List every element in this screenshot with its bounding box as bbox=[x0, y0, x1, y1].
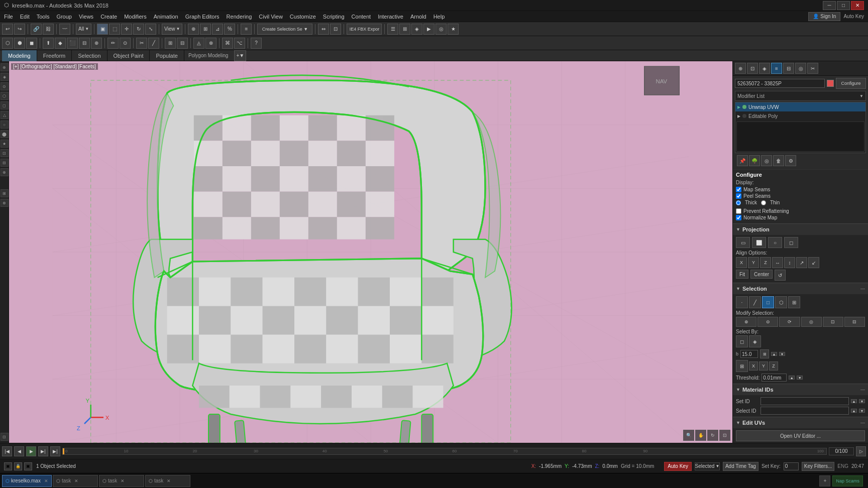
proj-sphere-btn[interactable]: ○ bbox=[768, 237, 782, 248]
bevel-btn[interactable]: ◆ bbox=[55, 38, 66, 49]
tool-icon-15[interactable]: ⊡ bbox=[1, 433, 9, 441]
mirror-btn[interactable]: ⇔ bbox=[318, 24, 329, 35]
unlink-btn[interactable]: ⛓ bbox=[43, 24, 54, 35]
stitch-btn[interactable]: ⊟ bbox=[844, 317, 865, 327]
peel-seams-checkbox[interactable] bbox=[736, 193, 741, 199]
bridge-btn[interactable]: ⊟ bbox=[79, 38, 90, 49]
menu-rendering[interactable]: Rendering bbox=[227, 14, 252, 20]
scene-explorer-btn[interactable]: ⊞ bbox=[399, 24, 410, 35]
layer-manager-btn[interactable]: ☰ bbox=[387, 24, 398, 35]
sel-id-spinup[interactable]: ▲ bbox=[851, 409, 857, 413]
sel-element-btn[interactable]: ⊞ bbox=[788, 296, 800, 308]
delete-modifier-btn[interactable]: 🗑 bbox=[773, 155, 784, 166]
menu-animation[interactable]: Animation bbox=[154, 14, 178, 20]
pin-btn[interactable]: 📌 bbox=[737, 155, 748, 166]
modifier-panel-icon3[interactable]: ◈ bbox=[759, 63, 770, 74]
edge-btn[interactable]: ⬢ bbox=[14, 38, 25, 49]
frame-counter[interactable]: 0 / 100 bbox=[829, 447, 854, 455]
modifier-panel-icon4[interactable]: ≡ bbox=[771, 63, 782, 74]
tool-icon-1[interactable]: ⊕ bbox=[1, 63, 9, 71]
sel-vertex-btn[interactable]: · bbox=[736, 296, 748, 308]
tool-icon-8[interactable]: ⬤ bbox=[1, 130, 9, 138]
set-id-spinup[interactable]: ▲ bbox=[851, 399, 857, 403]
vp-maximize-btn[interactable]: ⊡ bbox=[719, 430, 730, 441]
render-btn[interactable]: ▶ bbox=[423, 24, 435, 35]
target-weld-btn[interactable]: ⊗ bbox=[205, 38, 216, 49]
sign-in-button[interactable]: 👤 Sign In bbox=[808, 12, 840, 21]
task-close-2[interactable]: ✕ bbox=[74, 478, 78, 483]
align-y-btn[interactable]: Y bbox=[748, 257, 759, 268]
loop-sel-btn[interactable]: ⟳ bbox=[779, 317, 800, 327]
menu-scripting[interactable]: Scripting bbox=[323, 14, 345, 20]
menu-file[interactable]: File bbox=[4, 14, 13, 20]
align-z-btn[interactable]: Z bbox=[760, 257, 771, 268]
sel-face-btn[interactable]: □ bbox=[762, 296, 774, 308]
sel-poly-btn[interactable]: ⬡ bbox=[775, 296, 787, 308]
menu-help[interactable]: Help bbox=[433, 14, 445, 20]
play-next-frame-btn[interactable]: ▶| bbox=[38, 446, 48, 456]
status-icon-btn[interactable]: ▣ bbox=[4, 462, 12, 470]
sel-edge-btn[interactable]: ╱ bbox=[749, 296, 761, 308]
taskbar-item-kreselko[interactable]: ⬡ kreselko.max ✕ bbox=[2, 475, 52, 487]
vp-zoom-btn[interactable]: 🔍 bbox=[683, 430, 694, 441]
edit-uvs-header[interactable]: ▼ Edit UVs — bbox=[733, 417, 868, 428]
configure-modifier-btn[interactable]: ⚙ bbox=[785, 155, 796, 166]
face-btn[interactable]: ◼ bbox=[26, 38, 37, 49]
attach-btn[interactable]: ⊟ bbox=[177, 38, 188, 49]
chamfer-btn[interactable]: ◬ bbox=[193, 38, 204, 49]
task-close-3[interactable]: ✕ bbox=[121, 478, 125, 483]
plus-dropdown-btn[interactable]: +▼ bbox=[234, 50, 246, 61]
proj-box-btn[interactable]: ◻ bbox=[784, 237, 798, 248]
configure-icon[interactable]: Configure bbox=[836, 78, 866, 89]
select-by-mat-btn[interactable]: ◈ bbox=[749, 335, 761, 347]
align-rot2-btn[interactable]: ↙ bbox=[808, 257, 819, 268]
show-result-btn[interactable]: ◎ bbox=[761, 155, 772, 166]
proj-planar-btn[interactable]: ▭ bbox=[736, 237, 750, 248]
tool-icon-13[interactable]: ⊞ bbox=[1, 189, 9, 197]
thresh-spindown[interactable]: ▼ bbox=[797, 376, 803, 380]
connect-btn[interactable]: ⊕ bbox=[91, 38, 102, 49]
extrude-btn[interactable]: ⬆ bbox=[43, 38, 54, 49]
snap-toggle-btn[interactable]: ⊞ bbox=[200, 24, 211, 35]
menu-views[interactable]: Views bbox=[79, 14, 93, 20]
proj-cylinder-btn[interactable]: ⬜ bbox=[752, 237, 766, 248]
ring-sel-btn[interactable]: ◎ bbox=[801, 317, 822, 327]
angle-snap-btn[interactable]: ⊿ bbox=[212, 24, 223, 35]
play-next-key-btn[interactable]: ▶| bbox=[50, 446, 60, 456]
tool-icon-5[interactable]: ◻ bbox=[1, 101, 9, 109]
quickslice-btn[interactable]: ╱ bbox=[148, 38, 159, 49]
select-object-btn[interactable]: ▣ bbox=[97, 24, 108, 35]
select-id-input[interactable] bbox=[761, 407, 849, 415]
select-by-element-btn[interactable]: ◻ bbox=[736, 335, 748, 347]
relax-btn[interactable]: ⊙ bbox=[120, 38, 131, 49]
x-axis-btn[interactable]: X bbox=[749, 361, 758, 371]
task-close-1[interactable]: ✕ bbox=[44, 478, 48, 483]
reference-coord-dropdown[interactable]: View▼ bbox=[162, 24, 182, 35]
set-id-input[interactable] bbox=[761, 397, 849, 405]
tool-icon-6[interactable]: △ bbox=[1, 111, 9, 119]
maximize-button[interactable]: □ bbox=[837, 1, 850, 10]
create-selection-btn[interactable]: Create Selection Se ▼ bbox=[257, 24, 312, 35]
tool-icon-2[interactable]: ◈ bbox=[1, 73, 9, 81]
status-sel-btn[interactable]: ▣ bbox=[24, 462, 32, 470]
redo-btn[interactable]: ↪ bbox=[14, 24, 25, 35]
select-region-btn[interactable]: ⬚ bbox=[109, 24, 120, 35]
menu-civil-view[interactable]: Civil View bbox=[259, 14, 282, 20]
tool-icon-7[interactable]: ○ bbox=[1, 120, 9, 129]
vp-orbit-btn[interactable]: ↻ bbox=[707, 430, 718, 441]
bind-space-warp[interactable]: 〰 bbox=[59, 24, 70, 35]
tool-icon-10[interactable]: ⊡ bbox=[1, 149, 9, 157]
menu-tools[interactable]: Tools bbox=[37, 14, 50, 20]
tab-selection[interactable]: Selection bbox=[72, 50, 107, 61]
modifier-editable-poly[interactable]: ▶ Editable Poly bbox=[735, 111, 865, 120]
play-btn[interactable]: ▶ bbox=[26, 446, 36, 456]
map-seams-checkbox[interactable] bbox=[736, 187, 741, 192]
modifier-panel-icon1[interactable]: ⊕ bbox=[735, 63, 746, 74]
modifier-panel-icon6[interactable]: ◎ bbox=[795, 63, 806, 74]
num-spindown-btn[interactable]: ▼ bbox=[779, 352, 785, 356]
normalize-checkbox[interactable] bbox=[736, 215, 741, 220]
modifier-id-input[interactable] bbox=[735, 79, 825, 88]
selection-header[interactable]: ▼ Selection — bbox=[733, 283, 868, 294]
align-rot-btn[interactable]: ↗ bbox=[796, 257, 807, 268]
thin-radio[interactable] bbox=[761, 200, 766, 205]
